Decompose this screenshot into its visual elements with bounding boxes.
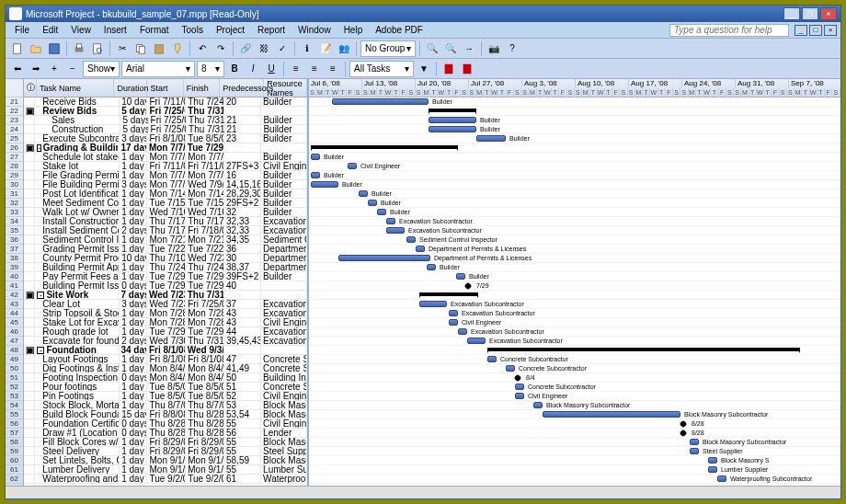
show-select[interactable]: Show▾ [83, 61, 120, 77]
task-bar[interactable] [332, 98, 429, 105]
row-number[interactable]: 28 [6, 162, 23, 171]
task-bar[interactable] [386, 227, 405, 234]
mdi-min[interactable]: _ [795, 25, 807, 36]
task-row[interactable]: Building Permit Approved 1 day Thu 7/24/… [24, 263, 307, 272]
task-row[interactable]: Pin Footings 1 day Tue 8/5/08 Tue 8/5/08… [24, 392, 307, 401]
hide-subtasks-button[interactable]: − [64, 61, 81, 77]
task-bar[interactable] [338, 255, 430, 261]
task-row[interactable]: Foundation Certification 0 days Thu 8/28… [24, 419, 307, 429]
task-row[interactable]: Post Lot Identification 1 day Mon 7/14/0… [24, 189, 307, 199]
row-number[interactable]: 36 [6, 235, 23, 245]
menu-edit[interactable]: Edit [37, 23, 63, 37]
task-row[interactable]: Rough grade lot 1 day Tue 7/29/08 Tue 7/… [24, 327, 307, 337]
milestone[interactable] [680, 430, 687, 437]
task-row[interactable]: Walk Lot w/ Owner 1 day Wed 7/16/08 Wed … [24, 208, 307, 217]
task-bar[interactable] [456, 273, 465, 280]
task-row[interactable]: Sediment Control Insp 1 day Mon 7/21/08 … [24, 235, 307, 245]
task-row[interactable]: ▣ -Foundation 34 days Fri 8/1/08 Wed 9/3… [24, 346, 307, 355]
task-bar[interactable] [406, 236, 416, 243]
task-row[interactable]: Steel Delivery 1 day Fri 8/29/08 Fri 8/2… [24, 447, 307, 456]
close-button[interactable]: × [820, 7, 837, 20]
row-number[interactable]: 43 [6, 300, 23, 309]
row-number[interactable]: 52 [6, 383, 23, 392]
menu-project[interactable]: Project [211, 23, 250, 37]
row-number[interactable]: 57 [6, 429, 23, 438]
filter-select[interactable]: All Tasks▾ [349, 61, 414, 77]
row-number[interactable]: 37 [6, 245, 23, 254]
align-left-button[interactable]: ≡ [288, 61, 304, 77]
print-preview-button[interactable] [89, 40, 106, 57]
row-number[interactable]: 32 [6, 199, 23, 208]
task-bar[interactable] [427, 264, 436, 270]
task-bar[interactable] [476, 135, 506, 142]
indent-button[interactable]: ➡ [28, 61, 44, 77]
menu-tools[interactable]: Tools [177, 23, 209, 37]
menu-format[interactable]: Format [134, 23, 175, 37]
task-bar[interactable] [458, 328, 467, 335]
undo-button[interactable]: ↶ [194, 40, 211, 57]
task-row[interactable]: Build Block Foundation 15 days Fri 8/8/0… [24, 410, 307, 419]
col-pred[interactable]: Predecessors [220, 79, 264, 97]
milestone[interactable] [680, 420, 687, 428]
task-row[interactable]: County Permit Process 10 days Thu 7/10/0… [24, 254, 307, 263]
row-number[interactable]: 23 [6, 116, 23, 125]
task-row[interactable]: Schedule lot stake-out 1 day Mon 7/7/08 … [24, 153, 307, 162]
copy-button[interactable] [132, 40, 149, 57]
col-indicator[interactable]: ⓘ [24, 79, 37, 97]
task-row[interactable]: Install Sediment Controls 2 days Thu 7/1… [24, 226, 307, 235]
task-bar[interactable] [515, 393, 524, 399]
outline-toggle[interactable]: - [37, 144, 40, 152]
task-row[interactable]: ▣ -Grading & Building Permits 17 days Mo… [24, 143, 307, 153]
task-row[interactable]: Stake Lot for Excavation 1 day Mon 7/28/… [24, 318, 307, 327]
mdi-close[interactable]: × [824, 25, 837, 36]
task-bar[interactable] [515, 384, 524, 390]
task-bar[interactable] [386, 218, 395, 224]
col-finish[interactable]: Finish [184, 79, 220, 97]
unlink-button[interactable]: ⛓ [256, 40, 272, 57]
row-number[interactable]: 22 [6, 107, 23, 116]
task-bar[interactable] [359, 190, 368, 197]
menu-view[interactable]: View [65, 23, 97, 37]
task-bar[interactable] [311, 154, 320, 160]
row-number[interactable]: 47 [6, 337, 23, 346]
row-number[interactable]: 31 [6, 189, 23, 199]
row-number[interactable]: 41 [6, 281, 23, 291]
task-row[interactable]: Construction 5 days Fri 7/25/08 Thu 7/31… [24, 125, 307, 134]
help-search[interactable] [669, 24, 789, 37]
outdent-button[interactable]: ⬅ [9, 61, 26, 77]
paste-button[interactable] [151, 40, 167, 57]
font-select[interactable]: Arial▾ [121, 61, 195, 77]
milestone[interactable] [464, 282, 472, 290]
task-row[interactable]: Pour footings 1 day Tue 8/5/08 Tue 8/5/0… [24, 383, 307, 392]
info-button[interactable]: ℹ [299, 40, 315, 57]
summary-bar[interactable] [419, 292, 478, 296]
task-bar[interactable] [419, 301, 447, 307]
menu-help[interactable]: Help [338, 23, 369, 37]
task-bar[interactable] [533, 402, 543, 408]
row-number[interactable]: 53 [6, 392, 23, 401]
task-row[interactable]: Layout Footings 1 day Fri 8/1/08 Fri 8/1… [24, 355, 307, 364]
pdf-button[interactable] [440, 61, 457, 77]
scrollbar-horizontal[interactable] [6, 486, 840, 498]
summary-bar[interactable] [429, 109, 476, 112]
zoom-out-button[interactable]: 🔍 [442, 40, 459, 57]
row-number[interactable]: 45 [6, 318, 23, 327]
size-select[interactable]: 8▾ [197, 61, 224, 77]
summary-bar[interactable] [311, 145, 458, 149]
summary-bar[interactable] [487, 348, 800, 351]
task-bar[interactable] [690, 439, 699, 445]
menu-report[interactable]: Report [252, 23, 291, 37]
task-row[interactable]: Footing Inspection 0 days Mon 8/4/08 Mon… [24, 373, 307, 383]
goto-button[interactable]: → [461, 40, 477, 57]
row-number[interactable]: 27 [6, 153, 23, 162]
assign-button[interactable]: 👥 [336, 40, 352, 57]
task-bar[interactable] [506, 365, 515, 372]
pdf2-button[interactable] [459, 61, 475, 77]
task-bar[interactable] [690, 448, 699, 454]
menu-adobe[interactable]: Adobe PDF [370, 23, 429, 37]
group-select[interactable]: No Group▾ [360, 40, 416, 57]
format-painter-button[interactable] [169, 40, 186, 57]
col-duration[interactable]: Duration [114, 79, 147, 97]
print-button[interactable] [71, 40, 87, 57]
task-row[interactable]: Grading Permit Issued 1 day Tue 7/22/08 … [24, 245, 307, 254]
